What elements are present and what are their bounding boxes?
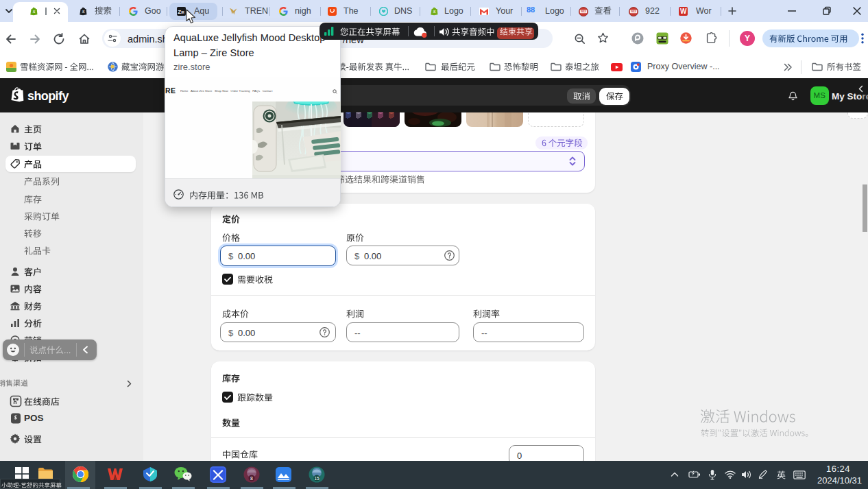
svg-text:S: S xyxy=(82,9,85,14)
svg-text:S: S xyxy=(433,9,436,14)
svg-text:8: 8 xyxy=(250,476,253,481)
svg-text:922: 922 xyxy=(631,10,637,13)
svg-text:15: 15 xyxy=(314,476,320,481)
svg-text:S: S xyxy=(33,9,36,14)
svg-text:922: 922 xyxy=(581,10,587,13)
